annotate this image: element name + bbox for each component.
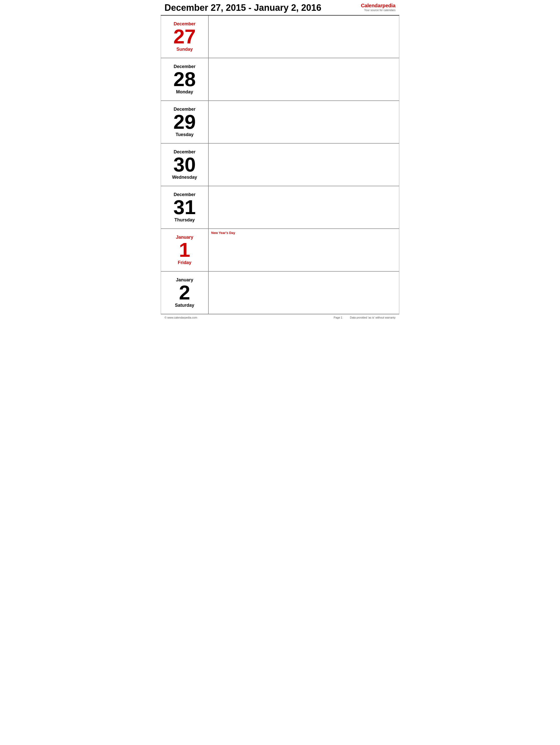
logo-area: Calendarpedia Your source for calendars xyxy=(361,2,396,12)
day-content-2 xyxy=(209,101,399,143)
day-name: Sunday xyxy=(176,47,193,52)
day-label-6: January2Saturday xyxy=(161,271,209,314)
day-name: Thursday xyxy=(174,217,195,223)
logo-calendar-text: Calendar xyxy=(361,3,382,8)
footer-copyright: © www.calendarpedia.com xyxy=(164,316,197,319)
day-label-4: December31Thursday xyxy=(161,186,209,228)
day-label-0: December27Sunday xyxy=(161,15,209,58)
day-number: 29 xyxy=(174,112,196,132)
day-content-5: New Year's Day xyxy=(209,229,399,271)
day-name: Tuesday xyxy=(176,132,194,137)
page-header: December 27, 2015 - January 2, 2016 Cale… xyxy=(161,0,399,15)
day-number: 27 xyxy=(174,27,196,47)
day-row: January2Saturday xyxy=(161,271,399,314)
day-name: Monday xyxy=(176,89,193,95)
day-number: 1 xyxy=(179,240,190,260)
day-number: 2 xyxy=(179,283,190,303)
day-row: December29Tuesday xyxy=(161,101,399,143)
day-content-1 xyxy=(209,58,399,100)
footer-page: Page 1 xyxy=(334,316,343,319)
day-name: Saturday xyxy=(175,303,194,308)
page-title: December 27, 2015 - January 2, 2016 xyxy=(164,2,321,13)
day-number: 28 xyxy=(174,69,196,89)
day-content-4 xyxy=(209,186,399,228)
day-row: December30Wednesday xyxy=(161,143,399,186)
day-content-0 xyxy=(209,15,399,58)
day-number: 30 xyxy=(174,155,196,175)
calendar-grid: December27SundayDecember28MondayDecember… xyxy=(161,15,399,314)
day-row: December31Thursday xyxy=(161,186,399,229)
holiday-label: New Year's Day xyxy=(211,231,397,235)
page-footer: © www.calendarpedia.com Page 1 Data prov… xyxy=(161,314,399,321)
day-number: 31 xyxy=(174,197,196,217)
page-wrapper: December 27, 2015 - January 2, 2016 Cale… xyxy=(161,0,399,321)
logo-subtitle: Your source for calendars xyxy=(361,8,396,12)
logo-pedia-text: pedia xyxy=(382,3,396,8)
logo-calendarpedia: Calendarpedia xyxy=(361,2,396,8)
day-name: Wednesday xyxy=(172,175,197,180)
day-content-6 xyxy=(209,271,399,314)
day-row: December28Monday xyxy=(161,58,399,101)
day-name: Friday xyxy=(178,260,191,265)
footer-disclaimer: Data provided 'as is' without warranty xyxy=(350,316,396,319)
day-label-3: December30Wednesday xyxy=(161,143,209,186)
day-row: December27Sunday xyxy=(161,15,399,58)
day-label-5: January1Friday xyxy=(161,229,209,271)
day-content-3 xyxy=(209,143,399,186)
day-row: January1FridayNew Year's Day xyxy=(161,229,399,271)
day-label-1: December28Monday xyxy=(161,58,209,100)
footer-right: Page 1 Data provided 'as is' without war… xyxy=(334,316,396,319)
day-label-2: December29Tuesday xyxy=(161,101,209,143)
